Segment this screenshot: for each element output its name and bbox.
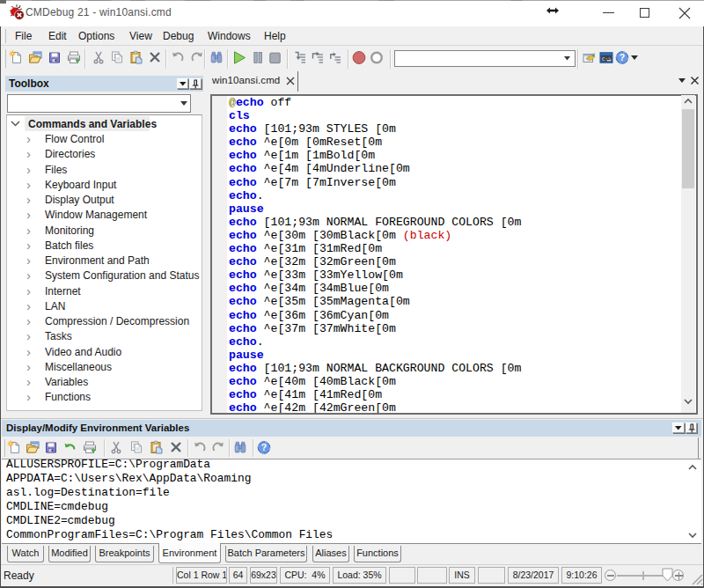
svg-text:?: ? <box>620 52 625 62</box>
svg-text:C:\: C:\ <box>602 56 612 62</box>
svg-text:?: ? <box>261 442 267 452</box>
